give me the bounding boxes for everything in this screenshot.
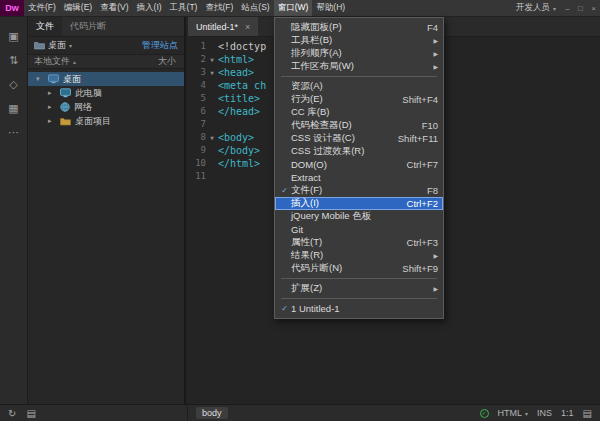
workspace-label: 开发人员 xyxy=(516,2,550,14)
menu-item-label: 排列顺序(A) xyxy=(291,47,423,60)
panels-grid-icon[interactable]: ▦ xyxy=(8,103,18,114)
menu-item-label: Git xyxy=(291,224,438,235)
menu-item-insert[interactable]: 插入(I) Ctrl+F2 xyxy=(275,197,443,210)
menu-item-arrange[interactable]: 排列顺序(A) ▶ xyxy=(275,47,443,60)
menu-item-toolbars[interactable]: 工具栏(B) ▶ xyxy=(275,34,443,47)
menu-item-properties[interactable]: 属性(T) Ctrl+F3 xyxy=(275,236,443,249)
workspace-switcher[interactable]: 开发人员 ▾ xyxy=(511,0,561,16)
lint-ok-icon[interactable]: ✓ xyxy=(480,409,489,418)
desktop-icon xyxy=(48,74,59,84)
menu-item-label: CC 库(B) xyxy=(291,106,438,119)
menu-item-workspace-layout[interactable]: 工作区布局(W) ▶ xyxy=(275,60,443,73)
menubar-item-insert[interactable]: 插入(I) xyxy=(133,0,166,16)
menubar-item-help[interactable]: 帮助(H) xyxy=(312,0,349,16)
chevron-down-icon: ▾ xyxy=(553,5,556,12)
line-number: 1 xyxy=(188,40,206,53)
line-number: 6 xyxy=(188,105,206,118)
tree-item-network[interactable]: ▸ 网络 xyxy=(28,100,184,114)
menu-item-results[interactable]: 结果(R) ▶ xyxy=(275,249,443,262)
line-number: 3 xyxy=(188,66,206,79)
close-tab-icon[interactable]: × xyxy=(245,22,250,32)
site-selector[interactable]: 桌面 xyxy=(48,39,66,52)
twisty-collapsed-icon[interactable]: ▸ xyxy=(48,89,56,97)
tree-item-desktop-project[interactable]: ▸ 桌面项目 xyxy=(28,114,184,128)
menubar-item-find[interactable]: 查找(F) xyxy=(201,0,237,16)
tab-snippets[interactable]: 代码片断 xyxy=(62,17,114,36)
menu-item-label: 代码检查器(D) xyxy=(291,119,412,132)
submenu-arrow-icon: ▶ xyxy=(433,285,438,292)
log-icon[interactable]: ▤ xyxy=(26,408,35,419)
menu-item-extensions[interactable]: 扩展(Z) ▶ xyxy=(275,282,443,295)
doc-type-dropdown[interactable]: HTML ▾ xyxy=(498,408,529,418)
menu-item-css-designer[interactable]: CSS 设计器(C) Shift+F11 xyxy=(275,132,443,145)
tab-files[interactable]: 文件 xyxy=(28,17,62,36)
left-toolbar: ▣ ⇅ ◇ ▦ ⋯ xyxy=(0,17,28,404)
tree-item-desktop[interactable]: ▾ 桌面 xyxy=(28,72,184,86)
documents-icon[interactable]: ▣ xyxy=(8,31,18,42)
menu-item-cc-libraries[interactable]: CC 库(B) xyxy=(275,106,443,119)
code-text: <!doctyp xyxy=(218,40,266,53)
tree-item-label: 网络 xyxy=(74,101,92,114)
menu-item-files[interactable]: ✓ 文件(F) F8 xyxy=(275,184,443,197)
menu-item-snippets[interactable]: 代码片断(N) Shift+F9 xyxy=(275,262,443,275)
tag-selector-body[interactable]: body xyxy=(196,407,228,419)
column-size[interactable]: 大小 xyxy=(158,55,178,68)
menubar-item-file[interactable]: 文件(F) xyxy=(24,0,60,16)
twisty-collapsed-icon[interactable]: ▸ xyxy=(48,103,56,111)
tree-item-label: 此电脑 xyxy=(75,87,102,100)
files-panel: 文件 代码片断 桌面 ▾ 管理站点 本地文件 ▲ 大小 ▾ 桌面 xyxy=(28,17,186,404)
live-view-icon[interactable]: ◇ xyxy=(9,79,17,90)
site-folder-icon xyxy=(34,41,45,50)
twisty-collapsed-icon[interactable]: ▸ xyxy=(48,117,56,125)
menu-item-label: 资源(A) xyxy=(291,80,438,93)
sort-asc-icon: ▲ xyxy=(72,59,77,65)
line-number: 4 xyxy=(188,79,206,92)
menu-item-shortcut: Shift+F9 xyxy=(402,263,438,274)
status-extra-icon[interactable]: ▤ xyxy=(583,408,592,419)
twisty-expanded-icon[interactable]: ▾ xyxy=(36,75,44,83)
insert-mode-indicator[interactable]: INS xyxy=(537,408,552,418)
menu-item-hide-panels[interactable]: 隐藏面板(P) F4 xyxy=(275,21,443,34)
checkmark-icon: ✓ xyxy=(278,186,291,195)
document-tab-untitled-1[interactable]: Untitled-1* × xyxy=(188,17,258,36)
document-tab-label: Untitled-1* xyxy=(196,22,238,32)
menubar-item-view[interactable]: 查看(V) xyxy=(96,0,132,16)
refresh-icon[interactable]: ↻ xyxy=(8,408,16,419)
fold-arrow-icon[interactable]: ▼ xyxy=(206,66,218,79)
menu-item-label: 行为(E) xyxy=(291,93,392,106)
menu-item-dom[interactable]: DOM(O) Ctrl+F7 xyxy=(275,158,443,171)
manage-sites-link[interactable]: 管理站点 xyxy=(142,39,178,52)
menu-item-untitled-1[interactable]: ✓ 1 Untitled-1 xyxy=(275,302,443,315)
fold-arrow-icon[interactable]: ▼ xyxy=(206,131,218,144)
file-sync-icon[interactable]: ⇅ xyxy=(9,55,18,66)
menubar-item-tools[interactable]: 工具(T) xyxy=(166,0,202,16)
menu-item-behaviors[interactable]: 行为(E) Shift+F4 xyxy=(275,93,443,106)
line-number: 2 xyxy=(188,53,206,66)
status-bar: ↻ ▤ body ✓ HTML ▾ INS 1:1 ▤ xyxy=(0,404,600,421)
column-local-files[interactable]: 本地文件 xyxy=(34,55,70,68)
menu-item-css-transitions[interactable]: CSS 过渡效果(R) xyxy=(275,145,443,158)
menu-item-label: 代码片断(N) xyxy=(291,262,392,275)
close-button[interactable]: × xyxy=(587,0,600,16)
menubar-item-edit[interactable]: 编辑(E) xyxy=(60,0,96,16)
fold-arrow-icon[interactable]: ▼ xyxy=(206,53,218,66)
menu-item-git[interactable]: Git xyxy=(275,223,443,236)
menubar-item-site[interactable]: 站点(S) xyxy=(237,0,273,16)
menubar-item-window[interactable]: 窗口(W) xyxy=(274,0,313,16)
menu-item-extract[interactable]: Extract xyxy=(275,171,443,184)
menu-item-code-inspector[interactable]: 代码检查器(D) F10 xyxy=(275,119,443,132)
menu-item-shortcut: F10 xyxy=(422,120,438,131)
menu-item-label: 插入(I) xyxy=(291,197,397,210)
minimize-button[interactable]: – xyxy=(561,0,574,16)
dreamweaver-window: Dw 文件(F) 编辑(E) 查看(V) 插入(I) 工具(T) 查找(F) 站… xyxy=(0,0,600,421)
menu-item-assets[interactable]: 资源(A) xyxy=(275,80,443,93)
code-text: <body> xyxy=(218,131,254,144)
menu-item-label: 工作区布局(W) xyxy=(291,60,423,73)
tree-item-this-pc[interactable]: ▸ 此电脑 xyxy=(28,86,184,100)
more-options-icon[interactable]: ⋯ xyxy=(8,127,19,138)
maximize-button[interactable]: □ xyxy=(574,0,587,16)
menu-separator xyxy=(281,298,437,299)
line-number: 11 xyxy=(188,170,206,183)
code-text: <meta ch xyxy=(218,79,266,92)
menu-item-jquery-mobile-swatches[interactable]: jQuery Mobile 色板 xyxy=(275,210,443,223)
